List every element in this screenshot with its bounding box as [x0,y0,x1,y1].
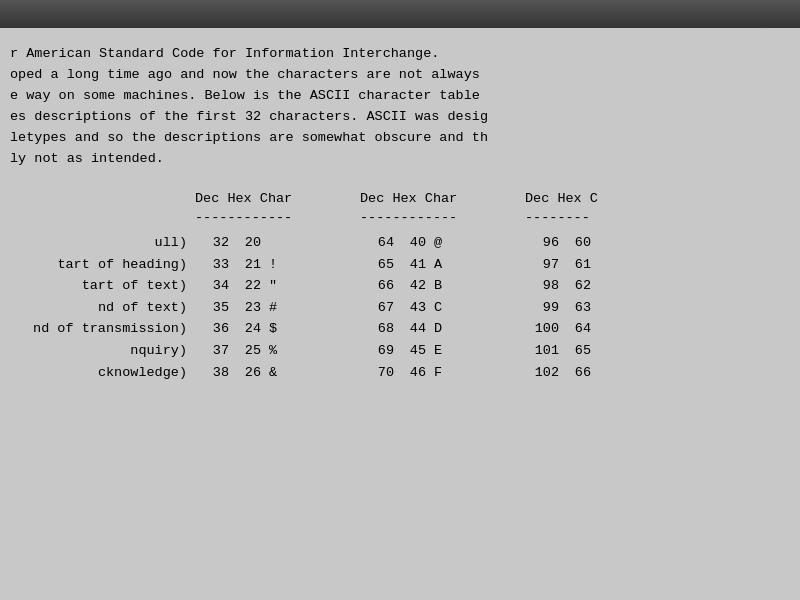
cell-hex: 22 [233,275,265,297]
cell-dec: 66 [360,275,398,297]
row-label: nquiry) [10,340,195,362]
cell-dec: 70 [360,362,398,384]
data-group: 96 60 [525,232,690,254]
title-bar [0,0,800,28]
cell-char [595,254,627,276]
data-group: 37 25 % [195,340,360,362]
cell-hex: 42 [398,275,430,297]
table-row: nquiry) 37 25 % 69 45 E 101 65 [10,340,790,362]
header-col-3: Dec Hex C [525,188,690,210]
cell-hex: 64 [563,318,595,340]
data-group: 65 41 A [360,254,525,276]
cell-hex: 44 [398,318,430,340]
header-col-2: Dec Hex Char [360,188,525,210]
row-label: nd of text) [10,297,195,319]
data-group: 100 64 [525,318,690,340]
desc-line-6: ly not as intended. [10,149,790,170]
description-block: r American Standard Code for Information… [10,44,790,170]
cell-hex: 43 [398,297,430,319]
data-group: 36 24 $ [195,318,360,340]
divider-col-3: -------- [525,209,690,228]
cell-hex: 63 [563,297,595,319]
cell-char [595,297,627,319]
data-group: 102 66 [525,362,690,384]
cell-char: ! [265,254,297,276]
header-col-1: Dec Hex Char [195,188,360,210]
content-area: r American Standard Code for Information… [0,28,800,600]
cell-hex: 60 [563,232,595,254]
cell-char [595,275,627,297]
table-row: nd of transmission) 36 24 $ 68 44 D 100 … [10,318,790,340]
cell-dec: 32 [195,232,233,254]
cell-dec: 96 [525,232,563,254]
data-group: 35 23 # [195,297,360,319]
cell-char: @ [430,232,462,254]
cell-dec: 34 [195,275,233,297]
cell-hex: 24 [233,318,265,340]
cell-char [595,362,627,384]
row-label: nd of transmission) [10,318,195,340]
cell-hex: 21 [233,254,265,276]
cell-char [595,318,627,340]
divider-col-1: ------------ [195,209,360,228]
cell-hex: 65 [563,340,595,362]
data-group: 70 46 F [360,362,525,384]
desc-line-2: oped a long time ago and now the charact… [10,65,790,86]
cell-dec: 98 [525,275,563,297]
cell-char: $ [265,318,297,340]
cell-dec: 102 [525,362,563,384]
cell-char: A [430,254,462,276]
cell-dec: 35 [195,297,233,319]
desc-line-4: es descriptions of the first 32 characte… [10,107,790,128]
cell-char: B [430,275,462,297]
cell-hex: 41 [398,254,430,276]
cell-dec: 65 [360,254,398,276]
cell-dec: 97 [525,254,563,276]
row-label: tart of heading) [10,254,195,276]
cell-char: C [430,297,462,319]
table-row: nd of text) 35 23 # 67 43 C 99 63 [10,297,790,319]
cell-char: E [430,340,462,362]
cell-hex: 66 [563,362,595,384]
cell-dec: 68 [360,318,398,340]
cell-dec: 100 [525,318,563,340]
cell-char [265,232,297,254]
row-label: ull) [10,232,195,254]
cell-hex: 61 [563,254,595,276]
ascii-table: Dec Hex Char Dec Hex Char Dec Hex C ----… [10,188,790,384]
data-group: 64 40 @ [360,232,525,254]
data-group: 67 43 C [360,297,525,319]
cell-char: # [265,297,297,319]
data-group: 34 22 " [195,275,360,297]
cell-dec: 36 [195,318,233,340]
cell-hex: 25 [233,340,265,362]
cell-dec: 64 [360,232,398,254]
cell-dec: 33 [195,254,233,276]
data-group: 32 20 [195,232,360,254]
row-label: tart of text) [10,275,195,297]
cell-hex: 45 [398,340,430,362]
data-group: 98 62 [525,275,690,297]
cell-char [595,232,627,254]
data-group: 97 61 [525,254,690,276]
cell-char: D [430,318,462,340]
data-group: 69 45 E [360,340,525,362]
table-header: Dec Hex Char Dec Hex Char Dec Hex C [195,188,790,210]
data-group: 33 21 ! [195,254,360,276]
data-group: 101 65 [525,340,690,362]
table-row: ull) 32 20 64 40 @ 96 60 [10,232,790,254]
cell-dec: 99 [525,297,563,319]
table-row: tart of text) 34 22 " 66 42 B 98 62 [10,275,790,297]
cell-dec: 101 [525,340,563,362]
cell-hex: 62 [563,275,595,297]
data-group: 66 42 B [360,275,525,297]
cell-dec: 69 [360,340,398,362]
cell-char: % [265,340,297,362]
table-row: cknowledge) 38 26 & 70 46 F 102 66 [10,362,790,384]
cell-char: " [265,275,297,297]
cell-dec: 67 [360,297,398,319]
data-group: 38 26 & [195,362,360,384]
divider-col-2: ------------ [360,209,525,228]
cell-char: & [265,362,297,384]
desc-line-3: e way on some machines. Below is the ASC… [10,86,790,107]
